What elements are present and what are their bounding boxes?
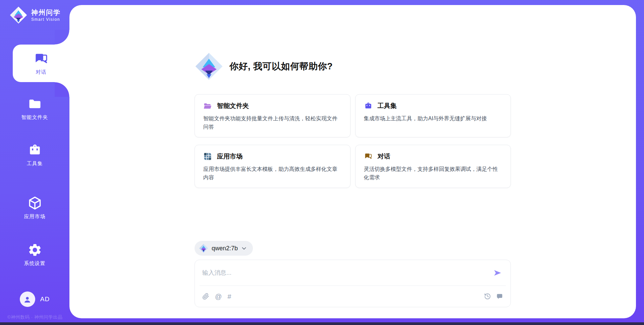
brand-logo: 神州问学 Smart Vision: [9, 6, 61, 24]
sidebar-item-label: 智能文件夹: [21, 114, 48, 121]
tab-curve-bottom: [55, 82, 69, 97]
chat-bubble-icon[interactable]: [496, 293, 503, 300]
sidebar-item-label: 工具集: [27, 160, 43, 167]
attachment-icon[interactable]: [202, 293, 209, 300]
sidebar-item-label: 应用市场: [24, 213, 46, 220]
gear-icon: [28, 243, 42, 257]
sidebar-item-smart-folder[interactable]: 智能文件夹: [0, 96, 69, 121]
card-title: 智能文件夹: [217, 102, 249, 110]
card-description: 灵活切换多模型文件，支持多样回复效果调试，满足个性化需求: [364, 165, 502, 182]
sidebar: 神州问学 Smart Vision 对话 智能文件夹 工具集 应用市场: [0, 0, 69, 325]
card-description: 应用市场提供丰富长文本模板，助力高效生成多样化文章内容: [203, 165, 342, 182]
app-grid-icon: [203, 152, 212, 161]
history-icon[interactable]: [484, 293, 491, 300]
card-title: 应用市场: [217, 152, 243, 161]
model-name: qwen2:7b: [212, 245, 238, 252]
card-smart-folder[interactable]: 智能文件夹 智能文件夹功能支持批量文件上传与清洗，轻松实现文件问答: [195, 94, 351, 137]
toolbox-icon: [364, 102, 373, 110]
sidebar-item-toolbox[interactable]: 工具集: [0, 143, 69, 167]
send-icon: [493, 268, 502, 277]
chat-icon: [364, 152, 373, 161]
avatar: [20, 291, 35, 307]
card-title: 对话: [378, 152, 390, 161]
card-chat[interactable]: 对话 灵活切换多模型文件，支持多样回复效果调试，满足个性化需求: [355, 145, 511, 188]
sidebar-item-app-market[interactable]: 应用市场: [0, 196, 69, 220]
card-description: 集成市场上主流工具，助力AI与外界无缝扩展与对接: [364, 114, 502, 123]
chevron-down-icon: [241, 246, 247, 251]
folder-icon: [28, 96, 42, 111]
brand-subtitle: Smart Vision: [31, 17, 61, 22]
hashtag-icon[interactable]: #: [227, 293, 231, 300]
user-name: AD: [40, 296, 50, 303]
feature-cards: 智能文件夹 智能文件夹功能支持批量文件上传与清洗，轻松实现文件问答 工具集 集成…: [195, 94, 511, 188]
card-toolbox[interactable]: 工具集 集成市场上主流工具，助力AI与外界无缝扩展与对接: [355, 94, 511, 137]
folder-open-icon: [203, 102, 212, 110]
sidebar-item-chat[interactable]: 对话: [13, 45, 69, 82]
main-panel: 你好, 我可以如何帮助你? 智能文件夹 智能文件夹功能支持批量文件上传与清洗，轻…: [69, 5, 636, 318]
sidebar-item-settings[interactable]: 系统设置: [0, 243, 69, 267]
toolbox-icon: [28, 143, 42, 157]
page-bottom-strip: [0, 322, 644, 325]
model-logo-icon: [199, 244, 208, 253]
mention-icon[interactable]: @: [215, 293, 222, 300]
cube-icon: [28, 196, 42, 210]
assistant-logo-icon: [195, 52, 223, 81]
user-account[interactable]: AD: [0, 291, 69, 307]
brand-diamond-icon: [9, 6, 28, 24]
brand-name: 神州问学: [31, 8, 61, 16]
model-selector[interactable]: qwen2:7b: [195, 241, 253, 256]
sidebar-item-label: 对话: [36, 69, 47, 75]
send-button[interactable]: [493, 268, 503, 278]
card-title: 工具集: [378, 102, 397, 110]
copyright-footer: ©神州数码 · 神州问学出品: [1, 314, 68, 320]
chat-icon: [34, 51, 49, 67]
message-composer: @ #: [195, 260, 511, 307]
greeting-text: 你好, 我可以如何帮助你?: [229, 60, 333, 72]
card-description: 智能文件夹功能支持批量文件上传与清洗，轻松实现文件问答: [203, 114, 342, 131]
person-icon: [23, 295, 32, 304]
sidebar-item-label: 系统设置: [24, 260, 46, 267]
message-input[interactable]: [202, 269, 493, 276]
tab-curve-top: [55, 30, 69, 45]
greeting: 你好, 我可以如何帮助你?: [195, 52, 511, 81]
card-app-market[interactable]: 应用市场 应用市场提供丰富长文本模板，助力高效生成多样化文章内容: [195, 145, 351, 188]
